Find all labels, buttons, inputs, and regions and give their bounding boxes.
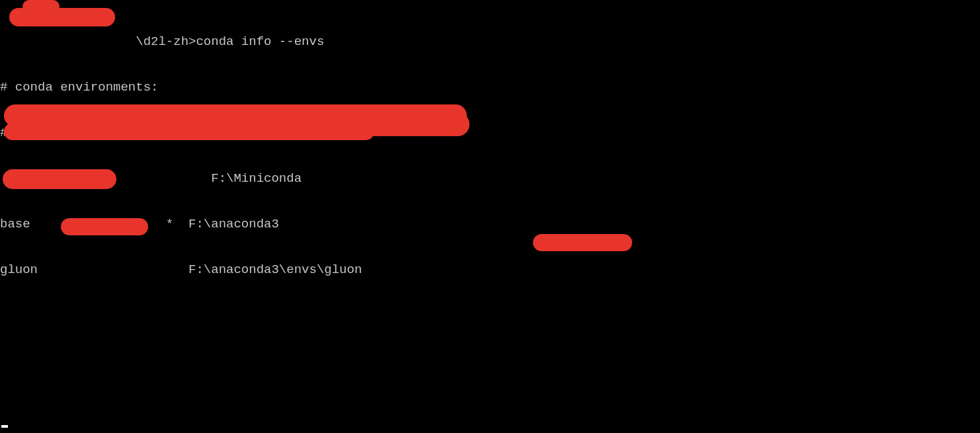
output-line	[0, 308, 980, 323]
output-line: #	[0, 126, 980, 141]
output-line: base * F:\anaconda3	[0, 217, 980, 232]
output-line	[0, 399, 980, 414]
output-line: gluon F:\anaconda3\envs\gluon	[0, 262, 980, 278]
prompt-line-conda-info: \d2l-zh>conda info --envs	[0, 34, 980, 50]
output-line	[0, 354, 980, 369]
terminal-cursor	[1, 425, 8, 428]
output-line: F:\Miniconda	[0, 171, 980, 186]
terminal-output[interactable]: \d2l-zh>conda info --envs # conda enviro…	[0, 0, 980, 433]
output-line: # conda environments:	[0, 80, 980, 95]
